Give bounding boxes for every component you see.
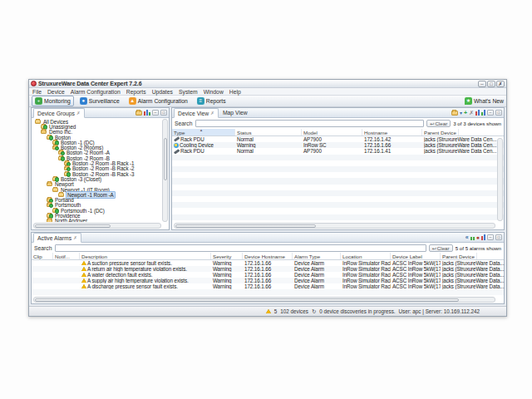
tab-map-view[interactable]: Map View [219, 108, 251, 117]
title-bar[interactable]: StruxureWare Data Center Expert 7.2.6 – … [29, 80, 506, 88]
minimize-panel-icon[interactable]: – [487, 234, 494, 240]
alarm-history-icon[interactable]: ● [476, 234, 480, 241]
clear-button[interactable]: ↩ Clear [426, 120, 451, 127]
menu-item-alarm-configuration[interactable]: Alarm Configuration [71, 89, 121, 95]
alarm-row[interactable]: A supply air high temperature violation … [32, 278, 504, 283]
monitoring-icon: + [35, 97, 42, 105]
report-icon[interactable] [481, 110, 485, 116]
maximize-panel-icon[interactable]: □ [495, 110, 502, 116]
close-icon[interactable]: ✗ [76, 111, 81, 116]
close-icon[interactable]: ✗ [496, 81, 505, 87]
column-header-device-hostname[interactable]: Device Hostname [243, 253, 293, 259]
column-header-location[interactable]: Location [341, 253, 391, 259]
minimize-panel-icon[interactable]: – [487, 110, 494, 116]
delete-device-icon[interactable]: ✗ [469, 110, 474, 116]
alarm-row[interactable]: A water detection fault exists.Warning17… [32, 272, 504, 278]
cell-device-label: ACSC InRow 5kW(172.16... [391, 272, 441, 278]
device-row[interactable]: Cooling DeviceWarningInRow SC172.16.1.66… [172, 142, 504, 148]
alarm-row[interactable]: A return air high temperature violation … [32, 266, 504, 272]
column-header-notif[interactable]: Notif... [53, 253, 80, 259]
surveillance-button[interactable]: ●Surveillance [76, 96, 123, 106]
maximize-panel-icon[interactable]: □ [495, 234, 502, 240]
column-header-parent-device[interactable]: Parent Device [441, 253, 477, 259]
alarm-row[interactable]: A suction pressure sensor fault exists.W… [32, 260, 504, 266]
menu-item-file[interactable]: File [32, 89, 42, 95]
tree-horizontal-scrollbar[interactable] [33, 223, 161, 229]
add-device-icon[interactable]: + [464, 110, 467, 116]
close-icon[interactable]: ✗ [210, 111, 214, 116]
menu-item-updates[interactable]: Updates [152, 89, 173, 95]
group-menu-folder-icon[interactable] [451, 111, 458, 116]
tab-device-groups[interactable]: Device Groups ✗ [33, 108, 85, 118]
device-horizontal-scrollbar[interactable] [174, 223, 495, 229]
alarm-table-body: A suction pressure sensor fault exists.W… [32, 260, 504, 298]
scroll-thumb[interactable] [35, 298, 459, 302]
whats-new-button[interactable]: ★ What's New [465, 97, 504, 105]
alarm-horizontal-scrollbar[interactable] [33, 297, 495, 303]
cell-severity: Warning [211, 278, 243, 283]
collapse-all-icon[interactable]: « [466, 234, 469, 241]
cell-alarm-type: Device Alarm [293, 272, 341, 278]
device-vertical-scrollbar[interactable] [497, 138, 503, 221]
clear-button[interactable]: ↩ Clear [429, 244, 453, 252]
close-icon[interactable]: ✗ [73, 235, 77, 240]
column-header-type[interactable]: Type [172, 129, 235, 135]
alarm-count-text: 5 of 5 alarms shown [456, 245, 501, 251]
warning-icon [266, 309, 271, 313]
surveillance-icon: ● [80, 97, 87, 105]
cell-severity: Warning [211, 283, 243, 289]
cell-device-hostname: 172.16.1.66 [243, 266, 293, 272]
grid-icon[interactable] [470, 234, 475, 240]
device-type-label: Cooling Device [180, 142, 214, 148]
minimize-icon[interactable]: – [478, 81, 486, 87]
chart-icon[interactable] [144, 110, 150, 116]
chart-icon[interactable] [481, 234, 485, 240]
column-header-alarm-type[interactable]: Alarm Type [293, 253, 341, 259]
device-row[interactable]: Rack PDUNormalAP7900172.16.1.41jacks (St… [172, 148, 504, 154]
alarm-search-input[interactable] [55, 244, 426, 252]
scroll-thumb[interactable] [175, 224, 316, 228]
column-header-status[interactable]: Status [235, 129, 302, 135]
tab-active-alarms[interactable]: Active Alarms ✗ [33, 233, 81, 243]
minimize-panel-icon[interactable]: – [152, 110, 159, 116]
column-header-severity[interactable]: Severity [211, 253, 243, 259]
column-header-description[interactable]: Description [80, 253, 211, 259]
menu-item-reports[interactable]: Reports [126, 89, 146, 95]
device-search-input[interactable] [195, 120, 425, 127]
column-header-model[interactable]: Model [302, 129, 362, 135]
tree-vertical-scrollbar[interactable] [162, 119, 168, 222]
folder-icon[interactable] [135, 111, 142, 116]
scroll-thumb[interactable] [164, 138, 167, 180]
active-alarms-tabstrip: Active Alarms ✗ « ● – □ [32, 233, 504, 243]
monitoring-button[interactable]: +Monitoring [32, 96, 74, 106]
cell-device-hostname: 172.16.1.66 [243, 272, 293, 278]
cell-alarm-type: Device Alarm [293, 266, 341, 272]
folder-icon [47, 214, 52, 218]
tree-item-north-andover[interactable]: North Andover [33, 219, 161, 222]
reports-button[interactable]: ≡Reports [194, 96, 229, 106]
column-header-device-label[interactable]: Device Label [391, 253, 441, 259]
tab-label: Device Groups [37, 111, 75, 116]
menu-item-help[interactable]: Help [229, 89, 241, 95]
tab-device-view[interactable]: Device View ✗ [174, 108, 219, 118]
alarm-row[interactable]: A discharge pressure sensor fault exists… [32, 283, 504, 289]
device-groups-panel: Device Groups ✗ – □ All DevicesUnassigne… [31, 107, 170, 230]
column-header-parent-device[interactable]: Parent Device [422, 129, 459, 135]
column-header-hostname[interactable]: Hostname [362, 129, 422, 135]
menu-item-system[interactable]: System [179, 89, 198, 95]
maximize-icon[interactable]: □ [487, 81, 495, 87]
alarm-configuration-button[interactable]: ▲Alarm Configuration [126, 96, 191, 106]
chart-icon[interactable] [475, 110, 480, 116]
warning-icon [81, 284, 86, 288]
toolbar-button-label: Alarm Configuration [138, 98, 188, 104]
menu-item-window[interactable]: Window [204, 89, 224, 95]
device-row[interactable]: Rack PDUNormalAP7900172.16.1.42jacks (St… [172, 136, 504, 142]
tab-label: Map View [223, 110, 248, 116]
maximize-panel-icon[interactable]: □ [160, 110, 167, 116]
cell-location: InRow Simulator Rack [341, 283, 391, 289]
chevron-down-icon[interactable]: ▾ [460, 110, 462, 116]
menu-item-device[interactable]: Device [47, 89, 65, 95]
device-count: 102 devices [280, 308, 308, 314]
scroll-thumb[interactable] [35, 224, 111, 228]
column-header-clip[interactable]: Clip [32, 253, 53, 259]
